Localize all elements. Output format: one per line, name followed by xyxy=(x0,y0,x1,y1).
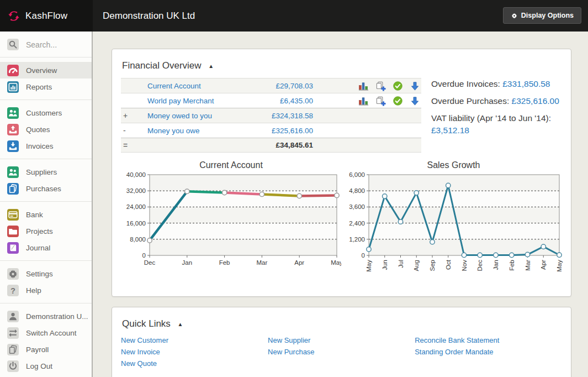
sidebar-item-label: Bank xyxy=(26,211,43,219)
amount-link[interactable]: £324,318.58 xyxy=(272,112,313,120)
amount-link[interactable]: £325,616.00 xyxy=(272,127,313,135)
top-bar: KashFlow Demonstration UK Ltd Display Op… xyxy=(0,0,588,32)
row-sign: + xyxy=(121,111,134,120)
quick-link-reconcile-bank-statement[interactable]: Reconcile Bank Statement xyxy=(415,336,561,344)
panel-title: Quick Links xyxy=(122,318,171,329)
summary-line-overdue-purchases: Overdue Purchases: £325,616.00 xyxy=(431,95,576,107)
sidebar-item-payroll[interactable]: Payroll xyxy=(0,341,92,358)
download-icon[interactable] xyxy=(410,96,420,106)
sidebar-item-purchases[interactable]: Purchases xyxy=(0,180,92,197)
current-account-chart: Current Account08,00016,00024,00032,0004… xyxy=(121,160,341,286)
check-icon[interactable] xyxy=(393,96,403,106)
svg-text:May: May xyxy=(331,259,341,266)
sidebar-item-journal[interactable]: Journal xyxy=(0,239,92,256)
sidebar-item-invoices[interactable]: Invoices xyxy=(0,138,92,154)
collapse-triangle-icon[interactable]: ▲ xyxy=(208,63,214,69)
account-link[interactable]: World pay Merchant xyxy=(147,97,214,105)
sidebar-item-label: Payroll xyxy=(26,345,49,354)
bar-chart-icon xyxy=(7,81,19,93)
search-icon[interactable] xyxy=(7,39,19,50)
account-link[interactable]: Current Account xyxy=(147,82,201,90)
svg-text:Jul: Jul xyxy=(398,260,404,268)
sidebar-group: BankProjectsJournal xyxy=(0,202,92,261)
svg-text:Feb: Feb xyxy=(219,259,230,266)
summary-value-link[interactable]: £325,616.00 xyxy=(512,96,559,106)
accounts-table: Current Account£29,708.03World pay Merch… xyxy=(121,78,421,153)
sidebar-item-settings[interactable]: Settings xyxy=(0,265,92,282)
account-row-current-account: Current Account£29,708.03 xyxy=(121,78,421,93)
sidebar-group: OverviewReports xyxy=(0,57,92,100)
pages-icon xyxy=(7,183,19,195)
sidebar-item-projects[interactable]: Projects xyxy=(0,223,92,239)
sidebar-item-demonstration-u[interactable]: Demonstration U... xyxy=(0,308,92,324)
brand-name: KashFlow xyxy=(25,11,67,22)
quick-link-new-supplier[interactable]: New Supplier xyxy=(268,336,415,344)
display-options-button[interactable]: Display Options xyxy=(503,7,581,24)
svg-text:Apr: Apr xyxy=(540,260,547,270)
svg-text:Dec: Dec xyxy=(144,259,156,266)
barclays-eagle-icon xyxy=(120,156,137,174)
sidebar-item-help[interactable]: ?Help xyxy=(0,282,92,299)
sidebar-item-quotes[interactable]: Quotes xyxy=(0,121,92,138)
journal-icon xyxy=(7,242,19,254)
sidebar-item-label: Settings xyxy=(26,270,53,278)
copy-plus-icon[interactable] xyxy=(375,96,386,106)
row-actions xyxy=(349,81,421,91)
account-amount: £34,845.61 xyxy=(247,141,313,149)
account-link[interactable]: Money you owe xyxy=(147,127,200,135)
account-row-world-pay-merchant: World pay Merchant£6,435.00 xyxy=(121,93,421,108)
question-icon: ? xyxy=(7,285,19,296)
collapse-triangle-icon[interactable]: ▲ xyxy=(178,321,183,327)
quick-link-new-customer[interactable]: New Customer xyxy=(121,336,268,344)
sidebar-item-label: Reports xyxy=(26,83,52,91)
pages-outline-icon xyxy=(7,344,19,355)
bank-card-icon xyxy=(7,209,19,221)
sidebar-item-customers[interactable]: Customers xyxy=(0,104,92,121)
sidebar-item-label: Switch Account xyxy=(26,329,77,337)
sidebar-item-label: Suppliers xyxy=(26,168,57,176)
account-link[interactable]: Money owed to you xyxy=(147,112,212,120)
svg-text:3,600: 3,600 xyxy=(349,203,365,210)
account-row-money-owed-to-you: +Money owed to you£324,318.58 xyxy=(121,108,421,123)
chart-icon[interactable] xyxy=(358,81,369,91)
sidebar-group: Settings?Help xyxy=(0,261,92,303)
brand[interactable]: KashFlow xyxy=(0,0,93,32)
sidebar-group: SuppliersPurchases xyxy=(0,159,92,202)
svg-text:8,000: 8,000 xyxy=(130,236,146,243)
overdue-summary: Overdue Invoices: £331,850.58Overdue Pur… xyxy=(421,78,576,153)
main-content: Financial Overview ▲ Current Account£29,… xyxy=(94,32,588,377)
copy-plus-icon[interactable] xyxy=(375,81,386,91)
quick-link-new-invoice[interactable]: New Invoice xyxy=(121,348,268,356)
summary-label: Overdue Purchases: xyxy=(431,96,512,106)
sidebar-item-bank[interactable]: Bank xyxy=(0,206,92,223)
svg-text:32,000: 32,000 xyxy=(126,187,146,194)
quick-links-column: New CustomerNew InvoiceNew Quote xyxy=(121,336,268,371)
sidebar-item-log-out[interactable]: Log Out xyxy=(0,358,92,374)
svg-text:May: May xyxy=(556,260,563,272)
quick-link-new-purchase[interactable]: New Purchase xyxy=(268,348,415,356)
summary-value-link[interactable]: £331,850.58 xyxy=(502,79,550,88)
download-icon[interactable] xyxy=(410,81,420,91)
sidebar-item-reports[interactable]: Reports xyxy=(0,78,92,95)
sidebar-item-switch-account[interactable]: Switch Account xyxy=(0,324,92,341)
check-icon[interactable] xyxy=(393,81,403,91)
sidebar-item-overview[interactable]: Overview xyxy=(0,62,92,78)
sidebar-item-suppliers[interactable]: Suppliers xyxy=(0,164,92,180)
sidebar-item-label: Help xyxy=(26,286,41,295)
sidebar-item-label: Quotes xyxy=(26,125,50,134)
quick-link-standing-order-mandate[interactable]: Standing Order Mandate xyxy=(415,348,561,356)
account-amount: £6,435.00 xyxy=(247,97,313,105)
sidebar-item-label: Customers xyxy=(26,109,62,117)
amount-link[interactable]: £29,708.03 xyxy=(276,82,313,90)
amount-link[interactable]: £6,435.00 xyxy=(280,97,313,105)
quick-links-heading: Quick Links ▲ xyxy=(122,318,562,329)
row-sign: = xyxy=(121,141,134,150)
quick-link-new-quote[interactable]: New Quote xyxy=(121,359,268,368)
summary-line-overdue-invoices: Overdue Invoices: £331,850.58 xyxy=(431,78,576,90)
svg-text:Jan: Jan xyxy=(492,260,499,270)
quick-links-column: Reconcile Bank StatementStanding Order M… xyxy=(415,336,561,371)
chart-icon[interactable] xyxy=(358,96,369,106)
summary-value-link[interactable]: £3,512.18 xyxy=(431,125,469,135)
search-input[interactable] xyxy=(26,40,84,49)
search-row xyxy=(0,32,92,57)
